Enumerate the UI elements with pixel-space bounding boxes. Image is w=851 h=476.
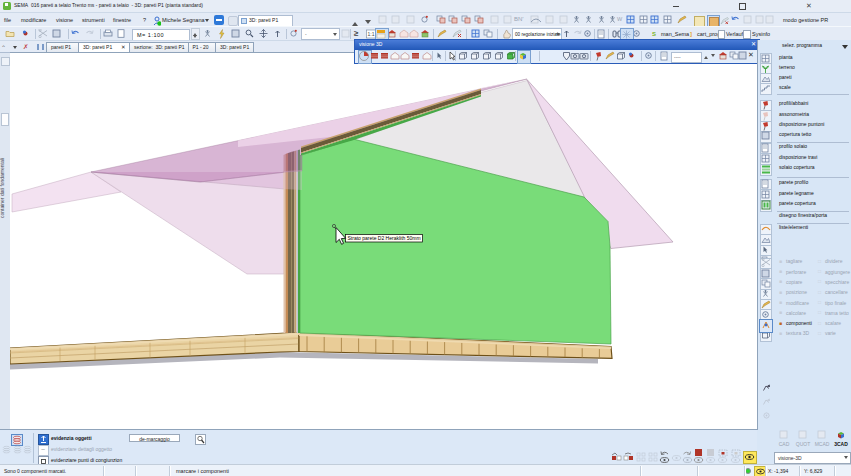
svg-text:Strato parete D2 Heraklith 50m: Strato parete D2 Heraklith 50mm (348, 235, 421, 241)
svg-text:1:1: 1:1 (368, 31, 375, 37)
